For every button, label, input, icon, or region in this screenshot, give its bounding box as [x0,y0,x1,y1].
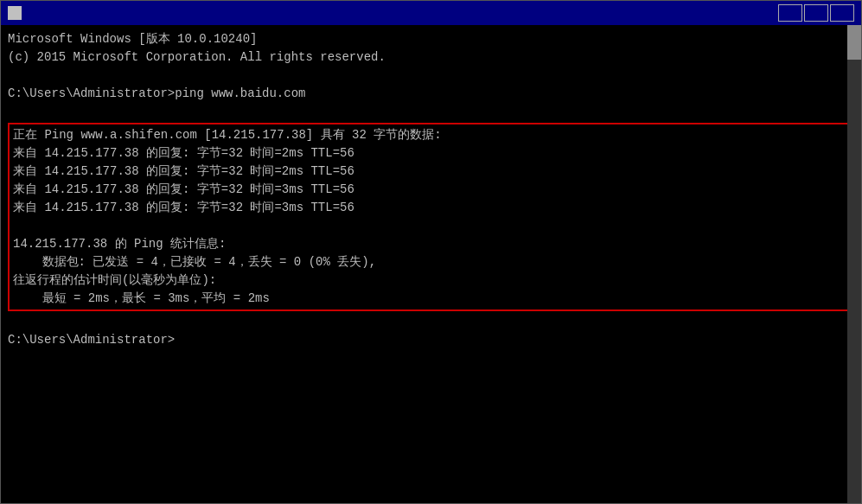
terminal-line: C:\Users\Administrator> [8,331,854,349]
ping-output-line: 14.215.177.38 的 Ping 统计信息: [13,235,849,253]
terminal-line [8,313,854,331]
terminal-line: Microsoft Windows [版本 10.0.10240] [8,30,854,48]
ping-output-line: 来自 14.215.177.38 的回复: 字节=32 时间=3ms TTL=5… [13,199,849,217]
maximize-button[interactable] [804,4,828,22]
terminal-content: Microsoft Windows [版本 10.0.10240](c) 201… [8,30,854,349]
title-bar-left [8,6,27,20]
ping-output-line: 最短 = 2ms，最长 = 3ms，平均 = 2ms [13,290,849,308]
title-bar-buttons [778,4,854,22]
ping-output-line: 来自 14.215.177.38 的回复: 字节=32 时间=3ms TTL=5… [13,181,849,199]
terminal-body[interactable]: Microsoft Windows [版本 10.0.10240](c) 201… [1,25,861,503]
terminal-line: C:\Users\Administrator>ping www.baidu.co… [8,85,854,103]
cmd-window: Microsoft Windows [版本 10.0.10240](c) 201… [0,0,862,504]
terminal-line [8,103,854,121]
ping-output-line: 来自 14.215.177.38 的回复: 字节=32 时间=2ms TTL=5… [13,163,849,181]
close-button[interactable] [830,4,854,22]
ping-output-line: 数据包: 已发送 = 4，已接收 = 4，丢失 = 0 (0% 丢失), [13,253,849,271]
ping-output-line: 正在 Ping www.a.shifen.com [14.215.177.38]… [13,126,849,144]
minimize-button[interactable] [778,4,802,22]
title-bar [1,1,861,25]
ping-output-line: 来自 14.215.177.38 的回复: 字节=32 时间=2ms TTL=5… [13,144,849,163]
highlighted-ping-block: 正在 Ping www.a.shifen.com [14.215.177.38]… [8,123,854,311]
ping-output-line: 往返行程的估计时间(以毫秒为单位): [13,271,849,290]
terminal-line [8,67,854,85]
scrollbar[interactable] [847,25,861,503]
terminal-line: (c) 2015 Microsoft Corporation. All righ… [8,48,854,67]
cmd-icon [8,6,22,20]
scrollbar-thumb[interactable] [847,25,861,60]
ping-output-line [13,217,849,235]
